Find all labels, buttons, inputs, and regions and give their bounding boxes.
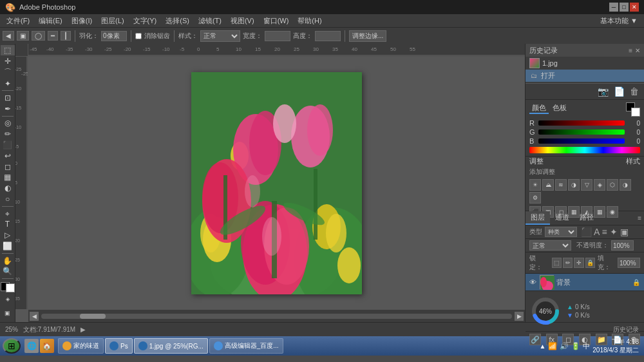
- tool-lasso[interactable]: ⌒: [1, 67, 15, 78]
- adj-brightness[interactable]: ☀: [529, 179, 541, 191]
- menu-image[interactable]: 图像(I): [68, 15, 96, 27]
- menu-text[interactable]: 文字(Y): [129, 15, 161, 27]
- color-swatches[interactable]: [1, 282, 15, 292]
- horizontal-scrollbar[interactable]: ◀ ▶: [28, 309, 525, 322]
- menu-file[interactable]: 文件(F): [3, 15, 33, 27]
- tray-volume[interactable]: 🔊: [560, 342, 569, 350]
- menu-workspace[interactable]: 基本功能 ▼: [596, 15, 641, 27]
- options-marquee-col[interactable]: ┃: [61, 31, 71, 41]
- status-arrow[interactable]: ▶: [80, 326, 86, 333]
- minimize-button[interactable]: ─: [609, 3, 618, 12]
- tray-battery[interactable]: 🔋: [571, 342, 580, 350]
- channel-b-slider[interactable]: [538, 138, 625, 144]
- style-select[interactable]: 正常固定比例固定大小: [200, 30, 240, 42]
- adj-curves[interactable]: ≋: [555, 179, 567, 191]
- options-marquee-ellipse[interactable]: ◯: [32, 31, 45, 41]
- taskbar-browser[interactable]: 高级编辑器_百度...: [209, 338, 283, 354]
- blend-mode-select[interactable]: 正常: [529, 240, 571, 251]
- adj-photo-filter[interactable]: ⚙: [529, 192, 541, 204]
- maximize-button[interactable]: □: [620, 3, 629, 12]
- close-button[interactable]: ✕: [630, 3, 639, 12]
- layer-item-bg[interactable]: 👁 背景 🔒: [526, 274, 644, 291]
- background-color[interactable]: [6, 283, 15, 292]
- options-back-button[interactable]: ◀: [3, 31, 14, 41]
- tool-dodge[interactable]: ○: [1, 194, 15, 204]
- antialiasing-checkbox[interactable]: [135, 33, 142, 39]
- history-new-btn[interactable]: 📄: [612, 85, 626, 98]
- color-tab-swatches[interactable]: 色板: [550, 103, 569, 114]
- scrollbar-track[interactable]: [41, 314, 512, 319]
- options-marquee-row[interactable]: ━: [48, 31, 58, 41]
- color-spectrum[interactable]: [529, 147, 640, 153]
- tool-blur[interactable]: ◐: [1, 183, 15, 193]
- history-snapshot-btn[interactable]: 📷: [596, 85, 610, 98]
- history-panel-close[interactable]: ✕: [635, 47, 640, 54]
- tool-hand[interactable]: ✋: [1, 256, 15, 266]
- taskbar-ps[interactable]: Ps: [105, 338, 133, 354]
- screen-mode-btn[interactable]: ▣: [1, 306, 15, 320]
- layer-visibility-eye[interactable]: 👁: [529, 278, 537, 286]
- tool-zoom[interactable]: 🔍: [1, 267, 15, 277]
- menu-layer[interactable]: 图层(L): [97, 15, 128, 27]
- adj-hue-sat[interactable]: ◈: [594, 179, 605, 191]
- tool-text[interactable]: T: [1, 220, 15, 230]
- lock-image[interactable]: ✏: [563, 258, 573, 268]
- taskbar-ps-doc[interactable]: 1.jpg @ 25%(RG...: [134, 338, 208, 354]
- lock-position[interactable]: ✛: [574, 258, 583, 268]
- tool-history-brush[interactable]: ↩: [1, 151, 15, 161]
- lock-transparent[interactable]: ⬚: [552, 258, 562, 268]
- menu-edit[interactable]: 编辑(E): [35, 15, 66, 27]
- history-delete-btn[interactable]: 🗑: [629, 85, 640, 98]
- options-marquee-rect[interactable]: ▣: [17, 31, 29, 41]
- scroll-left-arrow[interactable]: ◀: [30, 312, 39, 321]
- tab-layers[interactable]: 图层: [526, 211, 550, 225]
- adj-color-balance[interactable]: ⬡: [607, 179, 618, 191]
- opacity-input[interactable]: [611, 240, 634, 251]
- layers-panel-menu[interactable]: ≡: [638, 211, 641, 225]
- tray-clock[interactable]: 下午 4:18 2018/4/3 星期二: [592, 338, 639, 354]
- history-item-open[interactable]: 🗂 打开: [526, 70, 644, 82]
- lock-all[interactable]: 🔒: [585, 258, 595, 268]
- tool-marquee[interactable]: ⬚: [1, 45, 15, 55]
- tool-heal[interactable]: ◎: [1, 119, 15, 129]
- tool-path-select[interactable]: ▷: [1, 230, 15, 240]
- tool-eraser[interactable]: ◻: [1, 162, 15, 172]
- quicklaunch-home[interactable]: 🏠: [40, 339, 54, 353]
- tool-move[interactable]: ✛: [1, 56, 15, 66]
- tool-crop[interactable]: ⊡: [1, 93, 15, 103]
- tool-shape[interactable]: ⬜: [1, 241, 15, 251]
- menu-help[interactable]: 帮助(H): [294, 15, 325, 27]
- color-fg-bg[interactable]: [626, 102, 640, 117]
- color-background[interactable]: [631, 108, 640, 117]
- menu-window[interactable]: 窗口(W): [260, 15, 293, 27]
- tool-gradient[interactable]: ▦: [1, 173, 15, 183]
- taskbar-home[interactable]: 家的味道: [58, 338, 104, 354]
- tool-magic-wand[interactable]: ✦: [1, 79, 15, 89]
- adj-exposure[interactable]: ◑: [568, 179, 580, 191]
- tab-paths[interactable]: 路径: [574, 211, 599, 225]
- canvas-area[interactable]: -45 -40 -35 -30 -25 -20 -15 -10 -5 0 5 1…: [15, 44, 525, 322]
- tool-brush[interactable]: ✏: [1, 129, 15, 139]
- adj-bw[interactable]: ◑: [620, 179, 631, 191]
- scroll-right-arrow[interactable]: ▶: [515, 312, 524, 321]
- height-input[interactable]: [315, 31, 341, 41]
- canvas-content[interactable]: [28, 57, 525, 309]
- layer-type-select[interactable]: 种类: [545, 227, 577, 237]
- adj-levels[interactable]: ⛰: [542, 179, 554, 191]
- feather-input[interactable]: [101, 31, 127, 41]
- start-button[interactable]: ⊞: [3, 338, 21, 354]
- fill-input[interactable]: [618, 258, 640, 268]
- tool-stamp[interactable]: ⬛: [1, 140, 15, 150]
- refine-edge-button[interactable]: 调整边缘...: [349, 30, 386, 42]
- menu-filter[interactable]: 滤镜(T): [194, 15, 225, 27]
- quick-mask-btn[interactable]: ◈: [4, 296, 12, 303]
- history-item-file[interactable]: 1.jpg: [526, 57, 644, 70]
- adj-vibrance[interactable]: ▽: [581, 179, 592, 191]
- tray-input[interactable]: 中: [583, 341, 590, 351]
- width-input[interactable]: [265, 31, 290, 41]
- channel-r-slider[interactable]: [538, 120, 625, 126]
- scrollbar-thumb[interactable]: [80, 314, 106, 319]
- menu-view[interactable]: 视图(V): [227, 15, 258, 27]
- color-tab-color[interactable]: 颜色: [529, 103, 549, 114]
- quicklaunch-ie[interactable]: 🌐: [24, 339, 39, 353]
